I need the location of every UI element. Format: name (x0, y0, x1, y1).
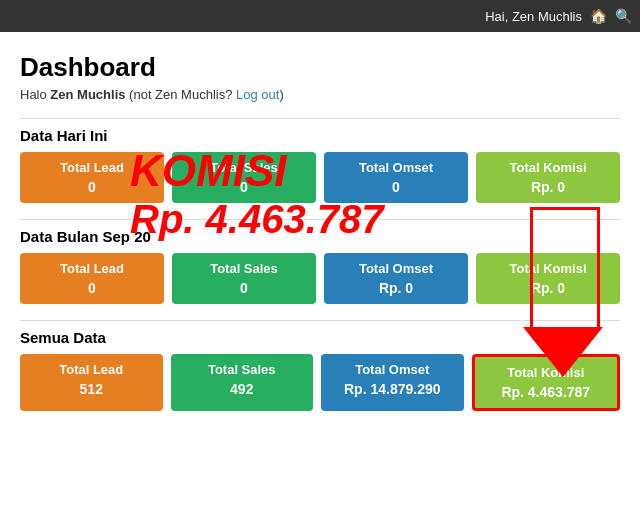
all-card-sales: Total Sales 492 (171, 354, 314, 411)
month-card-komisi: Total Komisi Rp. 0 (476, 253, 620, 304)
today-sales-label: Total Sales (176, 160, 312, 175)
month-omset-value: Rp. 0 (328, 280, 464, 296)
month-sales-value: 0 (176, 280, 312, 296)
all-sales-label: Total Sales (175, 362, 310, 377)
search-icon[interactable]: 🔍 (615, 8, 632, 24)
home-icon[interactable]: 🏠 (590, 8, 607, 24)
today-sales-value: 0 (176, 179, 312, 195)
all-cards-row: Total Lead 512 Total Sales 492 Total Oms… (20, 354, 620, 411)
today-komisi-label: Total Komisi (480, 160, 616, 175)
today-omset-value: 0 (328, 179, 464, 195)
section-all-title: Semua Data (20, 320, 620, 346)
all-lead-label: Total Lead (24, 362, 159, 377)
month-sales-label: Total Sales (176, 261, 312, 276)
all-card-lead: Total Lead 512 (20, 354, 163, 411)
browser-window: Dashboard Halo Zen Muchlis (not Zen Much… (0, 32, 640, 531)
today-card-omset: Total Omset 0 (324, 152, 468, 203)
all-omset-value: Rp. 14.879.290 (325, 381, 460, 397)
section-today-title: Data Hari Ini (20, 118, 620, 144)
subtitle-suffix: ) (279, 87, 283, 102)
today-lead-label: Total Lead (24, 160, 160, 175)
all-omset-label: Total Omset (325, 362, 460, 377)
month-omset-label: Total Omset (328, 261, 464, 276)
today-komisi-value: Rp. 0 (480, 179, 616, 195)
all-card-komisi: Total Komisi Rp. 4.463.787 (472, 354, 621, 411)
month-cards-row: Total Lead 0 Total Sales 0 Total Omset R… (20, 253, 620, 304)
month-komisi-label: Total Komisi (480, 261, 616, 276)
today-card-sales: Total Sales 0 (172, 152, 316, 203)
today-lead-value: 0 (24, 179, 160, 195)
topbar-greeting: Hai, Zen Muchlis (485, 9, 582, 24)
all-komisi-value: Rp. 4.463.787 (479, 384, 614, 400)
username: Zen Muchlis (50, 87, 125, 102)
subtitle-prefix: Halo (20, 87, 50, 102)
topbar: Hai, Zen Muchlis 🏠 🔍 (0, 0, 640, 32)
today-card-lead: Total Lead 0 (20, 152, 164, 203)
subtitle: Halo Zen Muchlis (not Zen Muchlis? Log o… (20, 87, 620, 102)
month-card-lead: Total Lead 0 (20, 253, 164, 304)
page-content: Dashboard Halo Zen Muchlis (not Zen Much… (0, 32, 640, 447)
logout-link[interactable]: Log out (236, 87, 279, 102)
month-card-sales: Total Sales 0 (172, 253, 316, 304)
month-card-omset: Total Omset Rp. 0 (324, 253, 468, 304)
all-lead-value: 512 (24, 381, 159, 397)
all-card-omset: Total Omset Rp. 14.879.290 (321, 354, 464, 411)
today-omset-label: Total Omset (328, 160, 464, 175)
today-cards-row: Total Lead 0 Total Sales 0 Total Omset 0… (20, 152, 620, 203)
section-month-title: Data Bulan Sep 20 (20, 219, 620, 245)
all-sales-value: 492 (175, 381, 310, 397)
month-lead-label: Total Lead (24, 261, 160, 276)
page-title: Dashboard (20, 52, 620, 83)
month-lead-value: 0 (24, 280, 160, 296)
month-komisi-value: Rp. 0 (480, 280, 616, 296)
subtitle-middle: (not Zen Muchlis? (125, 87, 236, 102)
all-komisi-label: Total Komisi (479, 365, 614, 380)
today-card-komisi: Total Komisi Rp. 0 (476, 152, 620, 203)
